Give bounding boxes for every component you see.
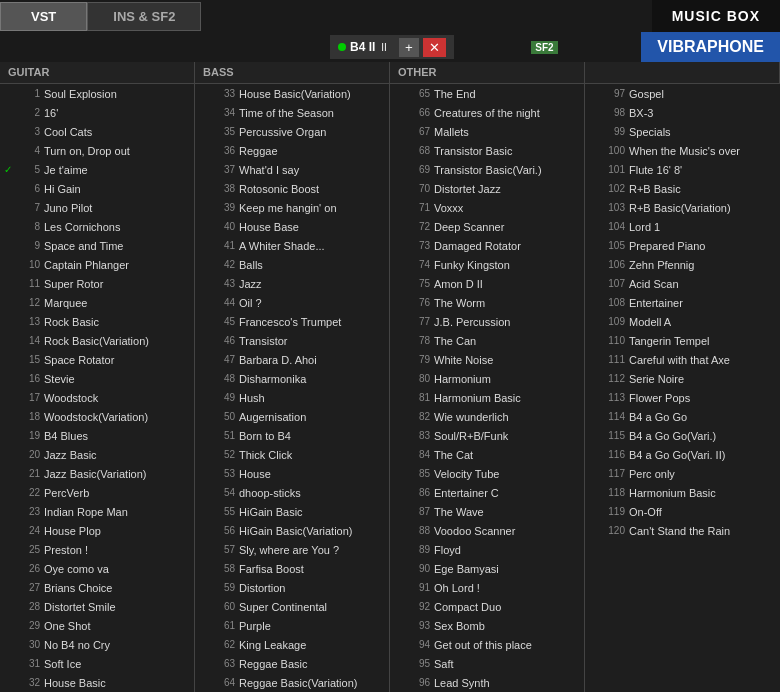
list-item[interactable]: 42Balls [195, 255, 389, 274]
list-item[interactable]: 60Super Continental [195, 597, 389, 616]
list-item[interactable]: 92Compact Duo [390, 597, 584, 616]
list-item[interactable]: 45Francesco's Trumpet [195, 312, 389, 331]
list-item[interactable]: 43Jazz [195, 274, 389, 293]
tab-vst[interactable]: VST [0, 2, 87, 31]
list-item[interactable]: 29One Shot [0, 616, 194, 635]
list-item[interactable]: 14Rock Basic(Variation) [0, 331, 194, 350]
list-item[interactable]: 107Acid Scan [585, 274, 780, 293]
list-item[interactable]: 91Oh Lord ! [390, 578, 584, 597]
list-item[interactable]: 50Augernisation [195, 407, 389, 426]
list-item[interactable]: 61Purple [195, 616, 389, 635]
plus-button[interactable]: + [399, 38, 419, 57]
list-item[interactable]: 48Disharmonika [195, 369, 389, 388]
list-item[interactable]: 46Transistor [195, 331, 389, 350]
list-item[interactable]: 67Mallets [390, 122, 584, 141]
list-item[interactable]: 113Flower Pops [585, 388, 780, 407]
list-item[interactable]: 74Funky Kingston [390, 255, 584, 274]
list-item[interactable]: 76The Worm [390, 293, 584, 312]
list-item[interactable]: 82Wie wunderlich [390, 407, 584, 426]
list-item[interactable]: 24House Plop [0, 521, 194, 540]
list-item[interactable]: 31Soft Ice [0, 654, 194, 673]
list-item[interactable]: 37What'd I say [195, 160, 389, 179]
list-item[interactable]: 86Entertainer C [390, 483, 584, 502]
list-item[interactable]: 38Rotosonic Boost [195, 179, 389, 198]
list-item[interactable]: 36Reggae [195, 141, 389, 160]
list-item[interactable]: 84The Cat [390, 445, 584, 464]
list-item[interactable]: 66Creatures of the night [390, 103, 584, 122]
list-item[interactable]: 59Distortion [195, 578, 389, 597]
list-item[interactable]: 10Captain Phlanger [0, 255, 194, 274]
list-item[interactable]: 110Tangerin Tempel [585, 331, 780, 350]
list-item[interactable]: 49Hush [195, 388, 389, 407]
list-item[interactable]: 111Careful with that Axe [585, 350, 780, 369]
list-item[interactable]: 41A Whiter Shade... [195, 236, 389, 255]
list-item[interactable]: 52Thick Click [195, 445, 389, 464]
list-item[interactable]: 23Indian Rope Man [0, 502, 194, 521]
list-item[interactable]: 3Cool Cats [0, 122, 194, 141]
list-item[interactable]: 44Oil ? [195, 293, 389, 312]
list-item[interactable]: 39Keep me hangin' on [195, 198, 389, 217]
list-item[interactable]: 104Lord 1 [585, 217, 780, 236]
list-item[interactable]: 16Stevie [0, 369, 194, 388]
list-item[interactable]: 32House Basic [0, 673, 194, 692]
list-item[interactable]: 34Time of the Season [195, 103, 389, 122]
list-item[interactable]: 58Farfisa Boost [195, 559, 389, 578]
list-item[interactable]: 118Harmonium Basic [585, 483, 780, 502]
list-item[interactable]: 88Voodoo Scanner [390, 521, 584, 540]
list-item[interactable]: 19B4 Blues [0, 426, 194, 445]
list-item[interactable]: 72Deep Scanner [390, 217, 584, 236]
list-item[interactable]: 26Oye como va [0, 559, 194, 578]
list-item[interactable]: 6Hi Gain [0, 179, 194, 198]
list-item[interactable]: 64Reggae Basic(Variation) [195, 673, 389, 692]
list-item[interactable]: 114B4 a Go Go [585, 407, 780, 426]
list-item[interactable]: 56HiGain Basic(Variation) [195, 521, 389, 540]
list-item[interactable]: 79White Noise [390, 350, 584, 369]
list-item[interactable]: 13Rock Basic [0, 312, 194, 331]
list-item[interactable]: 102R+B Basic [585, 179, 780, 198]
list-item[interactable]: 90Ege Bamyasi [390, 559, 584, 578]
list-item[interactable]: 75Amon D II [390, 274, 584, 293]
list-item[interactable]: 73Damaged Rotator [390, 236, 584, 255]
list-item[interactable]: 57Sly, where are You ? [195, 540, 389, 559]
list-item[interactable]: 47Barbara D. Ahoi [195, 350, 389, 369]
list-item[interactable]: 63Reggae Basic [195, 654, 389, 673]
list-item[interactable]: 105Prepared Piano [585, 236, 780, 255]
list-item[interactable]: 18Woodstock(Variation) [0, 407, 194, 426]
list-item[interactable]: 68Transistor Basic [390, 141, 584, 160]
list-item[interactable]: 78The Can [390, 331, 584, 350]
list-item[interactable]: 20Jazz Basic [0, 445, 194, 464]
list-item[interactable]: 40House Base [195, 217, 389, 236]
list-item[interactable]: 4Turn on, Drop out [0, 141, 194, 160]
list-item[interactable]: 119On-Off [585, 502, 780, 521]
list-item[interactable]: 112Serie Noire [585, 369, 780, 388]
list-item[interactable]: 100When the Music's over [585, 141, 780, 160]
list-item[interactable]: 89Floyd [390, 540, 584, 559]
list-item[interactable]: 25Preston ! [0, 540, 194, 559]
list-item[interactable]: 85Velocity Tube [390, 464, 584, 483]
list-item[interactable]: 103R+B Basic(Variation) [585, 198, 780, 217]
list-item[interactable]: 51Born to B4 [195, 426, 389, 445]
list-item[interactable]: 15Space Rotator [0, 350, 194, 369]
list-item[interactable]: 106Zehn Pfennig [585, 255, 780, 274]
list-item[interactable]: 116B4 a Go Go(Vari. II) [585, 445, 780, 464]
list-item[interactable]: 94Get out of this place [390, 635, 584, 654]
list-item[interactable]: 7Juno Pilot [0, 198, 194, 217]
list-item[interactable]: 81Harmonium Basic [390, 388, 584, 407]
list-item[interactable]: 22PercVerb [0, 483, 194, 502]
list-item[interactable]: 120Can't Stand the Rain [585, 521, 780, 540]
list-item[interactable]: 71Voxxx [390, 198, 584, 217]
list-item[interactable]: 95Saft [390, 654, 584, 673]
list-item[interactable]: 21Jazz Basic(Variation) [0, 464, 194, 483]
list-item[interactable]: 69Transistor Basic(Vari.) [390, 160, 584, 179]
list-item[interactable]: 30No B4 no Cry [0, 635, 194, 654]
list-item[interactable]: 11Super Rotor [0, 274, 194, 293]
close-button[interactable]: ✕ [423, 38, 446, 57]
list-item[interactable]: ✓5Je t'aime [0, 160, 194, 179]
list-item[interactable]: 33House Basic(Variation) [195, 84, 389, 103]
list-item[interactable]: 12Marquee [0, 293, 194, 312]
list-item[interactable]: 9Space and Time [0, 236, 194, 255]
list-item[interactable]: 35Percussive Organ [195, 122, 389, 141]
tab-ins[interactable]: INS & SF2 [87, 2, 201, 31]
list-item[interactable]: 83Soul/R+B/Funk [390, 426, 584, 445]
list-item[interactable]: 17Woodstock [0, 388, 194, 407]
